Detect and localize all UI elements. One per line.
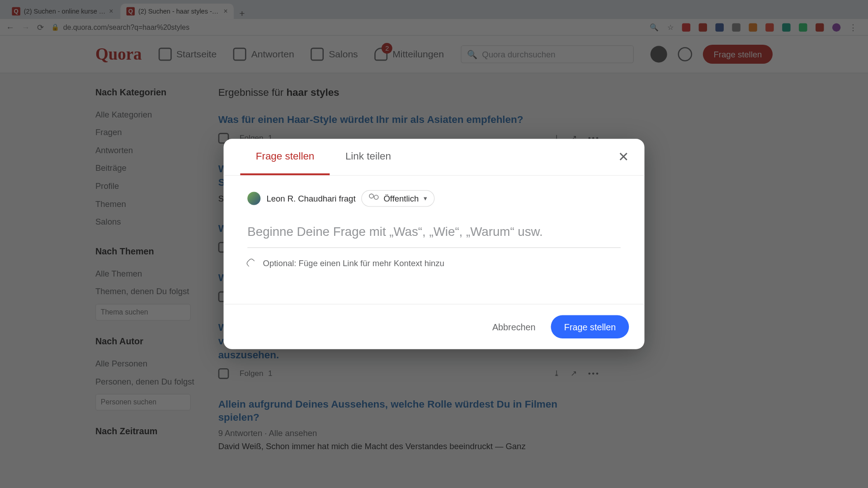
visibility-label: Öffentlich <box>384 194 419 203</box>
ask-question-modal: Frage stellen Link teilen ✕ Leon R. Chau… <box>224 139 645 349</box>
asker-avatar <box>247 192 260 205</box>
question-input[interactable] <box>247 220 621 248</box>
modal-overlay[interactable]: Frage stellen Link teilen ✕ Leon R. Chau… <box>0 0 868 488</box>
tab-ask-question[interactable]: Frage stellen <box>240 139 330 175</box>
modal-tabs: Frage stellen Link teilen ✕ <box>224 139 645 176</box>
submit-question-button[interactable]: Frage stellen <box>551 315 629 338</box>
link-icon <box>245 257 259 270</box>
link-placeholder: Optional: Füge einen Link für mehr Konte… <box>263 258 444 268</box>
tab-share-link[interactable]: Link teilen <box>330 139 407 175</box>
asker-name: Leon R. Chaudhari fragt <box>266 194 355 203</box>
modal-footer: Abbrechen Frage stellen <box>224 304 645 349</box>
modal-body: Leon R. Chaudhari fragt Öffentlich ▾ Opt… <box>224 176 645 304</box>
context-link-row[interactable]: Optional: Füge einen Link für mehr Konte… <box>247 258 621 268</box>
chevron-down-icon: ▾ <box>424 195 427 202</box>
asker-row: Leon R. Chaudhari fragt Öffentlich ▾ <box>247 190 621 207</box>
visibility-selector[interactable]: Öffentlich ▾ <box>362 190 435 207</box>
people-icon <box>369 194 379 203</box>
close-icon[interactable]: ✕ <box>615 148 633 166</box>
cancel-button[interactable]: Abbrechen <box>489 317 539 337</box>
